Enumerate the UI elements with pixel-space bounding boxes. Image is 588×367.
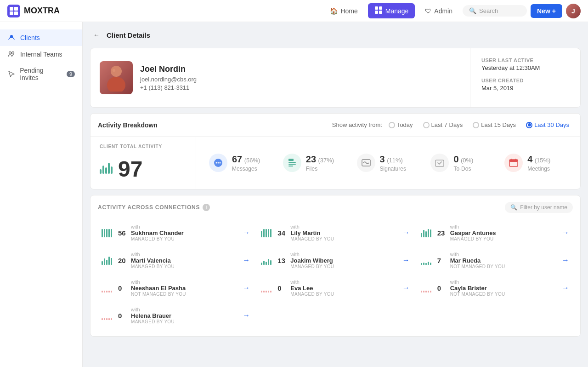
connection-count: 23 (437, 229, 447, 237)
filter-last30[interactable]: Last 30 Days (522, 120, 573, 130)
search-bar[interactable]: 🔍 Search (463, 5, 527, 17)
filter-last15[interactable]: Last 15 Days (469, 120, 520, 130)
connection-name: Cayla Brister (450, 285, 556, 292)
stats-row: CLIENT TOTAL ACTIVITY 97 (90, 137, 580, 189)
svg-rect-0 (375, 6, 378, 10)
connection-item[interactable]: 34 with Lily Martin MANAGED BY YOU → (255, 219, 415, 246)
activity-card: Activity Breakdown Show activity from: T… (90, 113, 581, 189)
connection-arrow-icon[interactable]: → (402, 256, 410, 264)
created-value: Mar 5, 2019 (481, 85, 569, 92)
activity-title: Activity Breakdown (98, 121, 158, 129)
pending-invites-badge: 9 (67, 71, 75, 77)
connection-arrow-icon[interactable]: → (243, 229, 250, 237)
new-button[interactable]: New + (531, 4, 562, 18)
connection-count: 0 (118, 312, 127, 320)
connection-bar-icon (261, 228, 274, 237)
todos-count: 0 (453, 154, 458, 164)
app-name: MOXTRA (24, 6, 60, 16)
connection-arrow-icon[interactable]: → (562, 256, 569, 264)
sidebar-item-pending-invites[interactable]: Pending Invites 9 (0, 63, 82, 86)
messages-pct: (56%) (244, 157, 260, 164)
connection-name: Joakim Wiberg (290, 257, 396, 264)
connection-item[interactable]: 0 with Helena Brauer MANAGED BY YOU → (96, 302, 255, 329)
connections-title: ACTIVITY ACROSS CONNECTIONS i (98, 204, 210, 211)
files-label: Files (306, 166, 334, 172)
connection-row: 56 with Sukhnam Chander MANAGED BY YOU →… (96, 219, 575, 246)
connection-item[interactable]: 0 with Cayla Brister NOT MANAGED BY YOU … (415, 275, 575, 301)
connection-arrow-icon[interactable]: → (243, 284, 250, 292)
connection-arrow-icon[interactable]: → (562, 229, 569, 237)
activity-type-messages: 67 (56%) Messages (204, 148, 277, 178)
connection-item[interactable]: 13 with Joakim Wiberg MANAGED BY YOU → (255, 247, 415, 274)
connection-managed: MANAGED BY YOU (131, 319, 237, 324)
svg-point-11 (216, 162, 217, 164)
manage-icon (374, 6, 383, 16)
connection-item[interactable]: 23 with Gaspar Antunes MANAGED BY YOU → (415, 219, 575, 246)
signatures-label: Signatures (380, 166, 406, 172)
connection-bar-icon (102, 283, 114, 292)
svg-rect-17 (288, 166, 293, 166)
connection-item[interactable]: 7 with Mar Rueda NOT MANAGED BY YOU → (415, 247, 575, 274)
connection-info: with Gaspar Antunes MANAGED BY YOU (450, 224, 556, 241)
connection-item[interactable]: 20 with Marti Valencia MANAGED BY YOU → (96, 247, 255, 274)
connection-item[interactable]: 0 with Eva Lee MANAGED BY YOU → (255, 275, 415, 301)
logo-icon (7, 5, 20, 17)
connection-item[interactable]: 0 with Neeshaan El Pasha NOT MANAGED BY … (96, 275, 255, 301)
filter-last7[interactable]: Last 7 Days (419, 120, 467, 130)
filter-label: Show activity from: (332, 121, 382, 128)
connection-arrow-icon[interactable]: → (243, 311, 250, 320)
svg-point-12 (218, 162, 219, 164)
admin-icon: 🛡 (425, 7, 431, 15)
filter-input[interactable]: 🔍 Filter by user name (505, 202, 573, 213)
connections-grid: 56 with Sukhnam Chander MANAGED BY YOU →… (90, 219, 580, 336)
connection-managed: MANAGED BY YOU (290, 264, 396, 269)
connection-bar-icon (421, 283, 434, 292)
svg-point-8 (107, 77, 125, 92)
meetings-stats: 4 (15%) Meetings (527, 154, 550, 172)
svg-rect-2 (375, 11, 378, 14)
connection-name: Gaspar Antunes (450, 229, 556, 236)
connection-arrow-icon[interactable]: → (243, 256, 250, 264)
connection-info: with Lily Martin MANAGED BY YOU (290, 224, 396, 241)
connection-count: 34 (277, 229, 287, 237)
sidebar-item-internal-teams[interactable]: Internal Teams (0, 46, 82, 63)
signatures-icon (357, 154, 375, 172)
svg-rect-15 (288, 162, 296, 163)
connection-arrow-icon[interactable]: → (562, 284, 569, 292)
filter-today[interactable]: Today (385, 120, 417, 130)
files-icon (283, 154, 301, 172)
connection-item[interactable]: 56 with Sukhnam Chander MANAGED BY YOU → (96, 219, 255, 246)
manage-button[interactable]: Manage (368, 3, 415, 18)
todos-label: To-Dos (453, 166, 473, 172)
connection-name: Mar Rueda (450, 257, 556, 264)
clients-icon (7, 34, 16, 42)
connection-arrow-icon[interactable]: → (402, 229, 410, 237)
svg-rect-3 (379, 11, 382, 14)
connections-card: ACTIVITY ACROSS CONNECTIONS i 🔍 Filter b… (90, 195, 581, 337)
profile-details: Joel Nordin joel.nording@cbs.org +1 (113… (140, 64, 197, 91)
meetings-pct: (15%) (535, 157, 551, 164)
admin-button[interactable]: 🛡 Admin (418, 5, 459, 17)
messages-count: 67 (232, 154, 242, 164)
sidebar-label-internal-teams: Internal Teams (20, 51, 62, 58)
search-icon: 🔍 (469, 7, 476, 14)
profile-avatar (100, 61, 133, 94)
total-label: CLIENT TOTAL ACTIVITY (100, 144, 187, 149)
radio-today (389, 122, 395, 128)
back-button[interactable]: ← (90, 29, 103, 41)
profile-card: Joel Nordin joel.nording@cbs.org +1 (113… (90, 48, 581, 108)
connection-arrow-icon[interactable]: → (402, 284, 410, 292)
filter-search-icon: 🔍 (510, 204, 517, 211)
connection-info: with Marti Valencia MANAGED BY YOU (131, 252, 237, 269)
connection-bar-icon (261, 283, 274, 292)
app-logo: MOXTRA (7, 5, 60, 17)
avatar[interactable]: J (566, 4, 581, 18)
connection-managed: MANAGED BY YOU (450, 236, 556, 241)
connection-bar-icon (421, 228, 434, 237)
connection-name: Neeshaan El Pasha (131, 285, 237, 292)
home-button[interactable]: 🏠 Home (323, 5, 364, 17)
sidebar-item-clients[interactable]: Clients (0, 29, 82, 46)
meetings-icon (504, 154, 523, 172)
activity-filter: Show activity from: Today Last 7 Days La… (332, 120, 573, 130)
svg-rect-16 (288, 164, 296, 165)
